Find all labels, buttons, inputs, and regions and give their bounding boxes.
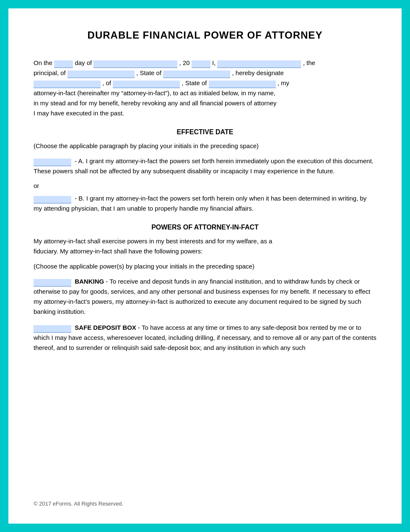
initials-field-banking[interactable]: [34, 279, 71, 287]
powers-intro-line2: fiduciary. My attorney-in-fact shall hav…: [34, 248, 202, 255]
powers-heading: POWERS OF ATTORNEY-IN-FACT: [34, 224, 376, 231]
intro-line4: attorney-in-fact (hereinafter my “attorn…: [34, 89, 275, 96]
intro-paragraph: On the day of , 20 I, , the principal, o…: [34, 58, 376, 118]
principal-address-field[interactable]: [67, 70, 135, 78]
year-field[interactable]: [192, 60, 210, 68]
footer: © 2017 eForms. All Rights Reserved.: [34, 488, 376, 507]
powers-choose-text: (Choose the applicable power(s) by placi…: [34, 261, 376, 271]
intro-hereby-designate: , hereby designate: [232, 69, 283, 76]
effective-date-choose-text: (Choose the applicable paragraph by plac…: [34, 141, 376, 151]
designate-state-field[interactable]: [209, 81, 276, 88]
intro-state-pre: , State of: [182, 79, 207, 86]
banking-label: BANKING: [75, 278, 104, 285]
intro-my: , my: [278, 79, 289, 86]
intro-i: I,: [212, 59, 215, 66]
intro-state-of: , State of: [136, 69, 161, 76]
initials-field-b[interactable]: [34, 196, 71, 203]
date-field[interactable]: [93, 60, 177, 68]
intro-of: , of: [102, 79, 111, 86]
day-field[interactable]: [54, 60, 73, 68]
option-b-text: - B. I grant my attorney-in-fact the pow…: [34, 195, 366, 212]
document-page: DURABLE FINANCIAL POWER OF ATTORNEY On t…: [8, 8, 402, 524]
initials-field-a[interactable]: [34, 159, 71, 166]
intro-line5: in my stead and for my benefit, hereby r…: [34, 99, 277, 107]
powers-intro: My attorney-in-fact shall exercise power…: [34, 236, 376, 256]
principal-state-field[interactable]: [163, 70, 230, 78]
designate-name-field[interactable]: [34, 81, 101, 88]
safe-deposit-label: SAFE DEPOSIT BOX: [75, 324, 136, 331]
intro-the: , the: [303, 59, 315, 66]
page-title: DURABLE FINANCIAL POWER OF ATTORNEY: [34, 29, 376, 41]
designate-address-field[interactable]: [113, 81, 180, 88]
option-b-paragraph: - B. I grant my attorney-in-fact the pow…: [34, 193, 376, 214]
effective-date-heading: EFFECTIVE DATE: [34, 128, 376, 136]
initials-field-safe-deposit[interactable]: [34, 325, 71, 333]
intro-year-pre: , 20: [179, 59, 190, 66]
intro-day-of: day of: [75, 59, 92, 66]
option-a-text: - A. I grant my attorney-in-fact the pow…: [34, 157, 374, 175]
option-a-paragraph: - A. I grant my attorney-in-fact the pow…: [34, 156, 376, 176]
intro-principal-of: principal, of: [34, 69, 66, 76]
or-separator: or: [34, 182, 376, 189]
powers-intro-line1: My attorney-in-fact shall exercise power…: [34, 237, 272, 245]
intro-on-the: On the: [34, 59, 52, 66]
safe-deposit-paragraph: SAFE DEPOSIT BOX - To have access at any…: [34, 323, 376, 353]
principal-name-field[interactable]: [217, 60, 301, 68]
intro-line6: I may have executed in the past.: [34, 110, 124, 117]
banking-paragraph: BANKING - To receive and deposit funds i…: [34, 276, 376, 317]
